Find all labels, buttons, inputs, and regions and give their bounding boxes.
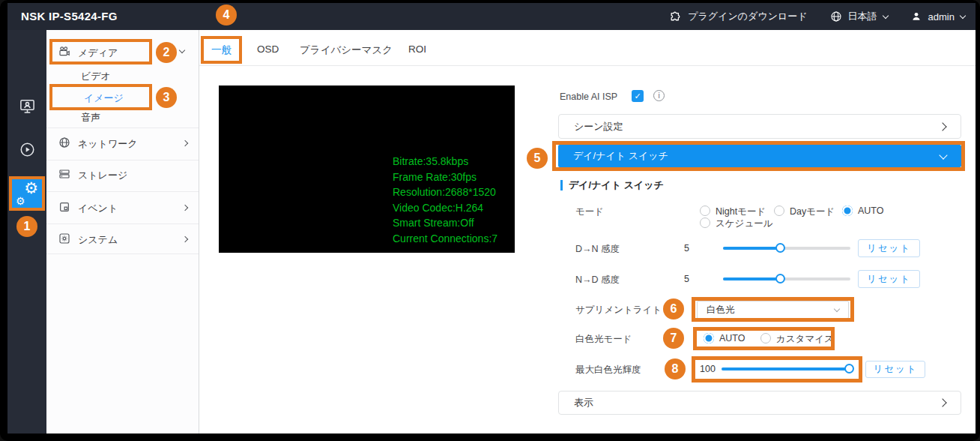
chevron-down-icon xyxy=(882,12,888,18)
annotation-badge-1: 1 xyxy=(16,216,37,237)
menu-item-media[interactable]: メディア xyxy=(78,46,118,60)
max-brightness-slider-thumb[interactable] xyxy=(844,364,854,374)
radio-auto-mode-label[interactable]: AUTO xyxy=(858,206,884,216)
menu-divider xyxy=(46,128,199,128)
max-brightness-reset-button[interactable]: リセット xyxy=(865,361,925,378)
tab-privacy-mask[interactable]: プライバシーマスク xyxy=(300,44,393,57)
radio-white-auto[interactable] xyxy=(704,333,714,344)
max-brightness-value: 100 xyxy=(700,364,716,374)
day-night-switch-header[interactable]: デイ/ナイト スイッチ xyxy=(558,145,961,167)
radio-night-mode[interactable] xyxy=(700,206,710,216)
chevron-down-icon xyxy=(939,151,947,159)
n2d-reset-button[interactable]: リセット xyxy=(858,270,920,288)
language-selector[interactable]: 日本語 xyxy=(830,10,888,23)
menu-item-storage[interactable]: ストレージ xyxy=(78,169,127,182)
osd-line: Frame Rate:30fps xyxy=(393,170,497,185)
osd-line: Bitrate:35.8kbps xyxy=(393,154,497,170)
display-label: 表示 xyxy=(574,396,593,410)
menu-divider xyxy=(46,224,199,224)
annotation-badge-3: 3 xyxy=(156,87,177,108)
radio-night-mode-label[interactable]: Nightモード xyxy=(716,206,766,218)
top-bar: NSK IP-S5424-FG プラグインのダウンロード xyxy=(7,3,976,30)
d2n-value: 5 xyxy=(684,243,689,254)
menu-item-image[interactable]: イメージ xyxy=(84,92,124,105)
icon-rail: ⚙ ⚙ 1 xyxy=(7,30,46,434)
topbar-right: プラグインのダウンロード 日本語 xyxy=(669,3,965,30)
chevron-right-icon xyxy=(182,205,188,211)
radio-day-mode[interactable] xyxy=(774,206,784,216)
screenshot-frame: NSK IP-S5424-FG プラグインのダウンロード xyxy=(0,0,980,441)
section-accent-bar xyxy=(560,180,563,190)
user-icon xyxy=(910,10,922,22)
annotation-badge-7: 7 xyxy=(663,328,684,349)
menu-item-video[interactable]: ビデオ xyxy=(81,70,111,83)
chevron-right-icon xyxy=(938,398,946,406)
radio-day-mode-label[interactable]: Dayモード xyxy=(790,206,835,218)
storage-icon xyxy=(58,168,70,180)
ai-isp-label: Enable AI ISP xyxy=(560,92,617,102)
osd-overlay: Bitrate:35.8kbps Frame Rate:30fps Resolu… xyxy=(393,154,497,247)
annotation-badge-2: 2 xyxy=(156,42,177,63)
settings-nav-active[interactable]: ⚙ ⚙ xyxy=(9,176,45,211)
n2d-value: 5 xyxy=(684,274,689,284)
osd-line: Current Connections:7 xyxy=(393,231,497,247)
info-icon[interactable]: i xyxy=(653,90,665,101)
menu-divider xyxy=(46,160,199,160)
scene-settings-panel[interactable]: シーン設定 xyxy=(558,114,961,139)
event-icon xyxy=(58,201,70,213)
tabs-divider xyxy=(199,65,976,66)
mode-label: モード xyxy=(575,206,604,218)
d2n-sensitivity-label: D→N 感度 xyxy=(575,243,620,256)
d2n-slider-fill xyxy=(723,247,781,250)
annotation-badge-6: 6 xyxy=(663,298,684,320)
n2d-slider-thumb[interactable] xyxy=(775,274,785,284)
n2d-slider-fill xyxy=(723,278,781,280)
chevron-down-icon xyxy=(179,47,185,53)
supplement-light-select[interactable]: 白色光 xyxy=(697,301,849,319)
settings-menu: メディア 2 ビデオ イメージ 3 音声 ネットワーク xyxy=(46,30,199,434)
radio-white-auto-label[interactable]: AUTO xyxy=(719,333,745,344)
radio-white-custom-label[interactable]: カスタマイズ xyxy=(776,333,834,346)
chevron-right-icon xyxy=(182,140,188,146)
d2n-slider-thumb[interactable] xyxy=(775,243,785,253)
radio-schedule-mode-label[interactable]: スケジュール xyxy=(716,218,772,230)
settings-gear-icon: ⚙ xyxy=(16,196,25,206)
section-title: デイ/ナイト スイッチ xyxy=(569,178,664,192)
osd-line: Smart Stream:Off xyxy=(393,215,497,231)
menu-divider xyxy=(46,254,199,254)
plugin-download-label: プラグインのダウンロード xyxy=(688,10,807,23)
menu-item-system[interactable]: システム xyxy=(78,233,118,247)
menu-divider xyxy=(46,191,199,192)
annotation-badge-8: 8 xyxy=(665,358,686,380)
chevron-right-icon xyxy=(182,236,188,242)
day-night-section-header: デイ/ナイト スイッチ xyxy=(560,178,664,192)
d2n-reset-button[interactable]: リセット xyxy=(858,239,920,257)
language-label: 日本語 xyxy=(848,10,877,23)
menu-item-event[interactable]: イベント xyxy=(78,202,118,215)
supplement-light-label: サプリメントライト xyxy=(575,304,662,316)
plugin-download-button[interactable]: プラグインのダウンロード xyxy=(669,10,807,23)
tab-osd[interactable]: OSD xyxy=(257,44,279,55)
live-view-icon[interactable] xyxy=(7,98,46,115)
network-globe-icon xyxy=(58,136,70,148)
menu-item-audio[interactable]: 音声 xyxy=(81,111,100,124)
n2d-sensitivity-label: N→D 感度 xyxy=(575,274,620,286)
globe-icon xyxy=(830,10,842,22)
white-light-mode-label: 白色光モード xyxy=(575,333,632,346)
max-brightness-slider-fill xyxy=(722,368,850,370)
system-gear-icon xyxy=(58,232,70,244)
radio-auto-mode[interactable] xyxy=(842,206,853,216)
playback-icon[interactable] xyxy=(7,141,46,158)
osd-line: Video Codec:H.264 xyxy=(393,200,497,216)
radio-white-custom[interactable] xyxy=(760,333,771,344)
menu-item-network[interactable]: ネットワーク xyxy=(78,137,138,151)
scene-settings-label: シーン設定 xyxy=(574,120,623,134)
tab-roi[interactable]: ROI xyxy=(408,44,426,55)
media-camera-icon xyxy=(58,46,70,58)
ai-isp-checkbox[interactable]: ✓ xyxy=(632,90,644,102)
tab-general[interactable]: 一般 xyxy=(211,44,232,57)
radio-schedule-mode[interactable] xyxy=(700,218,710,228)
display-panel[interactable]: 表示 xyxy=(558,391,961,415)
settings-gear-icon: ⚙ xyxy=(24,180,38,196)
user-menu[interactable]: admin xyxy=(910,10,965,22)
